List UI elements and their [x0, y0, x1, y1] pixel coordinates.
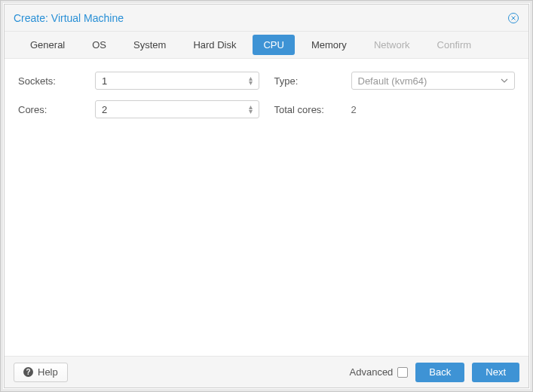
- label-sockets: Sockets:: [18, 75, 95, 87]
- cores-value: 2: [102, 104, 107, 115]
- advanced-checkbox[interactable]: [397, 367, 408, 378]
- total-cores-value: 2: [351, 104, 516, 115]
- sockets-value: 1: [102, 75, 107, 87]
- type-value: Default (kvm64): [358, 75, 427, 87]
- row-total-cores: Total cores: 2: [274, 100, 516, 119]
- spinner-arrows-icon: ▴▾: [249, 76, 253, 85]
- spinner-arrows-icon: ▴▾: [249, 105, 253, 114]
- tab-system[interactable]: System: [123, 35, 176, 55]
- footer: ? Help Advanced Back Next: [5, 356, 528, 387]
- next-button[interactable]: Next: [472, 363, 519, 382]
- dialog-title: Create: Virtual Machine: [14, 12, 124, 24]
- dialog-window: Create: Virtual Machine General OS Syste…: [0, 0, 533, 392]
- advanced-label: Advanced: [350, 366, 394, 378]
- tab-network: Network: [363, 35, 421, 55]
- titlebar: Create: Virtual Machine: [5, 5, 528, 32]
- dialog-inner: Create: Virtual Machine General OS Syste…: [4, 4, 529, 388]
- label-type: Type:: [274, 75, 351, 87]
- right-column: Type: Default (kvm64) Total cores: 2: [274, 71, 516, 128]
- back-button[interactable]: Back: [415, 363, 464, 382]
- tab-os[interactable]: OS: [81, 35, 117, 55]
- chevron-down-icon: [501, 78, 508, 83]
- label-total-cores: Total cores:: [274, 104, 351, 115]
- type-select[interactable]: Default (kvm64): [351, 72, 516, 90]
- help-label: Help: [38, 366, 58, 378]
- close-icon[interactable]: [507, 12, 519, 24]
- row-type: Type: Default (kvm64): [274, 71, 516, 90]
- row-cores: Cores: 2 ▴▾: [18, 100, 259, 119]
- sockets-input[interactable]: 1 ▴▾: [95, 72, 259, 90]
- tab-general[interactable]: General: [20, 35, 75, 55]
- help-button[interactable]: ? Help: [14, 363, 68, 382]
- tab-hard-disk[interactable]: Hard Disk: [182, 35, 247, 55]
- label-cores: Cores:: [18, 104, 95, 115]
- tabbar: General OS System Hard Disk CPU Memory N…: [5, 32, 528, 59]
- cores-input[interactable]: 2 ▴▾: [95, 100, 259, 118]
- help-icon: ?: [23, 367, 33, 377]
- tab-memory[interactable]: Memory: [301, 35, 357, 55]
- advanced-toggle: Advanced: [350, 366, 409, 378]
- form-content: Sockets: 1 ▴▾ Cores: 2 ▴▾ Type:: [5, 59, 528, 356]
- tab-cpu[interactable]: CPU: [253, 35, 294, 55]
- tab-confirm: Confirm: [427, 35, 482, 55]
- left-column: Sockets: 1 ▴▾ Cores: 2 ▴▾: [18, 71, 259, 128]
- row-sockets: Sockets: 1 ▴▾: [18, 71, 259, 90]
